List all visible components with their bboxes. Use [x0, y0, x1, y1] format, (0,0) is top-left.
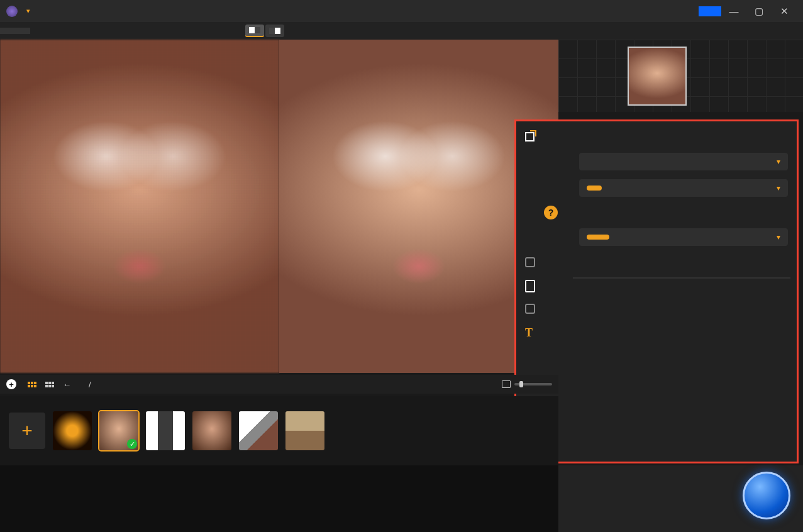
add-button[interactable]: + — [6, 379, 19, 389]
hardware-select[interactable]: ▾ — [579, 153, 788, 170]
title-bar: ▾ — ▢ ✕ — [0, 0, 803, 22]
back-arrow-icon[interactable]: ← — [63, 380, 71, 389]
thumbnail[interactable] — [146, 411, 185, 450]
footer-left — [0, 465, 558, 532]
chevron-down-icon: ▾ — [777, 233, 780, 241]
before-image[interactable] — [0, 40, 279, 373]
thumb-size-slider[interactable] — [514, 383, 552, 385]
run-button[interactable] — [743, 472, 790, 519]
minimize-button[interactable]: — — [721, 6, 746, 16]
thumbnail[interactable] — [192, 411, 231, 450]
split-view-left-button[interactable] — [245, 25, 264, 37]
compare-bar — [0, 22, 803, 40]
plus-icon: + — [6, 379, 16, 389]
upscale-icon — [525, 130, 536, 141]
upscale-select[interactable]: ▾ — [579, 228, 788, 246]
help-icon[interactable]: ? — [544, 206, 558, 219]
app-logo-icon — [6, 6, 18, 17]
chevron-down-icon: ▾ — [777, 157, 780, 166]
upscale-value — [587, 235, 609, 240]
keep-checkbox[interactable] — [525, 304, 535, 314]
model-pill — [587, 186, 602, 191]
image-size-icon — [502, 380, 511, 388]
grid-view-button[interactable] — [28, 382, 36, 387]
list-view-button[interactable] — [45, 382, 54, 387]
maximize-button[interactable]: ▢ — [746, 6, 772, 17]
thumbnail[interactable] — [285, 411, 324, 450]
thumbnail-strip: + — [0, 396, 558, 465]
upscale-dropdown — [573, 277, 790, 279]
two-pass-checkbox[interactable] — [525, 257, 535, 267]
app-menu-chevron-icon[interactable]: ▾ — [26, 7, 30, 15]
thumbnail[interactable] — [239, 411, 278, 450]
bottom-toolbar: + ← / — [0, 375, 558, 394]
chevron-down-icon: ▾ — [777, 184, 780, 192]
thumbnail[interactable] — [53, 411, 92, 450]
model-select[interactable]: ▾ — [579, 179, 788, 197]
add-image-button[interactable]: + — [9, 413, 45, 449]
thumbnail-selected[interactable] — [99, 411, 138, 450]
breadcrumb-sep: / — [89, 380, 91, 389]
text-icon: T — [525, 326, 533, 340]
nav-thumbnail[interactable] — [628, 47, 687, 106]
before-tab[interactable] — [0, 28, 30, 34]
home-button[interactable] — [699, 6, 721, 16]
nav-thumb-strip[interactable] — [558, 40, 803, 112]
file-icon — [525, 280, 535, 292]
split-view-right-button[interactable] — [265, 25, 284, 37]
close-button[interactable]: ✕ — [772, 6, 797, 17]
